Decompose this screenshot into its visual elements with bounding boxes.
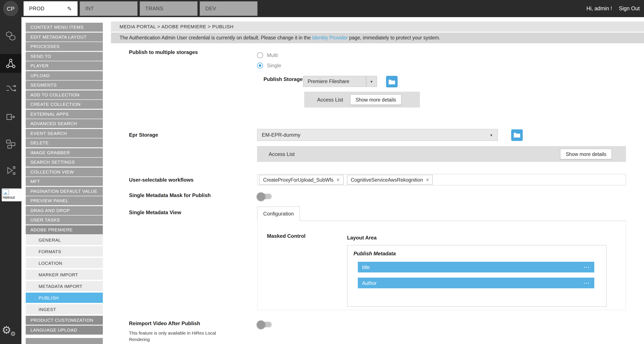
sidebar-item-send-to[interactable]: SEND TO [26, 52, 103, 60]
sidebar-item-advanced-search[interactable]: ADVANCED SEARCH [26, 119, 103, 128]
sidebar-item-processes[interactable]: PROCESSES [26, 42, 103, 51]
workflow-tag-label: CognitiveServiceAwsRekognition [351, 177, 423, 182]
helmut-logo[interactable]: Helmut [2, 188, 22, 201]
browse-epr-storage-button[interactable] [511, 129, 523, 141]
sidebar-subitem-location[interactable]: LOCATION [26, 258, 103, 268]
row-epr-storage: Epr Storage EM-EPR-dummy ▾ [129, 129, 644, 162]
sidebar-item-player[interactable]: PLAYER [26, 61, 103, 70]
more-options-icon[interactable]: ··· [584, 280, 594, 286]
more-options-icon[interactable]: ··· [584, 264, 594, 270]
sidebar-item-event-search[interactable]: EVENT SEARCH [26, 129, 103, 138]
sidebar-item-external-apps[interactable]: EXTERNAL APPS [26, 110, 103, 118]
radio-multi-icon[interactable] [257, 52, 263, 58]
sidebar-item-image-grabber[interactable]: IMAGE GRABBER [26, 148, 103, 157]
sidebar-item-context-menu-items[interactable]: CONTEXT MENU ITEMS [26, 23, 103, 32]
sidebar-item-delete[interactable]: DELETE [26, 138, 103, 147]
toggle-knob[interactable] [257, 320, 265, 329]
sidebar-subitem-general[interactable]: GENERAL [26, 235, 103, 245]
sidebar-item-pagination-default-value[interactable]: PAGINATION DEFAULT VALUE [26, 186, 103, 196]
sidebar-subitem-marker-import[interactable]: MARKER IMPORT [26, 270, 103, 280]
sidebar-item-edit-metadata-layout[interactable]: EDIT METADATA LAYOUT [26, 32, 103, 41]
radio-option-multi[interactable]: Multi [257, 50, 420, 60]
icon-rail: Helmut ⚙ ⚙ [0, 17, 22, 344]
masked-control-label: Masked Control [258, 233, 347, 310]
folder-icon [514, 132, 520, 138]
row-publish-multiple: Publish to multiple storages Multi Singl… [129, 49, 644, 108]
sidebar-section-language-upload[interactable]: LANGUAGE UPLOAD [26, 325, 103, 334]
sidebar-item-add-to-collection[interactable]: ADD TO COLLECTION [26, 90, 103, 99]
assets-icon[interactable] [0, 30, 22, 42]
tab-trans[interactable]: TRANS [140, 1, 198, 16]
access-list-label: Access List [317, 96, 343, 102]
player-nodes-icon[interactable] [0, 165, 22, 176]
single-mask-toggle[interactable] [257, 194, 272, 199]
sidebar-subitem-formats[interactable]: FORMATS [26, 246, 103, 256]
sidebar-subitem-ingest[interactable]: INGEST [26, 304, 103, 314]
publish-storage-access-box: Access List Show more details [304, 92, 420, 108]
sidebar-item-search-settings[interactable]: SEARCH SETTINGS [26, 158, 103, 167]
show-more-details-button[interactable]: Show more details [560, 149, 612, 159]
sign-out-link[interactable]: Sign Out [619, 6, 640, 12]
top-bar: CP PROD ✎ INT TRANS DEV Hi, admin ! Sign… [0, 0, 644, 17]
avatar[interactable]: CP [3, 1, 18, 16]
settings-gear-icon[interactable]: ⚙ ⚙ [2, 325, 11, 336]
workflow-tag[interactable]: CognitiveServiceAwsRekognition × [347, 175, 433, 185]
sidebar-item-user-tasks[interactable]: USER TASKS [26, 216, 103, 224]
tab-int[interactable]: INT [80, 1, 138, 16]
layout-area-label: Layout Area [347, 235, 626, 241]
radio-option-single[interactable]: Single [257, 60, 420, 71]
radio-multi-label: Multi [267, 52, 278, 58]
edit-pen-icon[interactable]: ✎ [67, 5, 72, 12]
sidebar-subitem-publish[interactable]: PUBLISH [26, 292, 103, 303]
tab-trans-label: TRANS [145, 6, 163, 12]
sidebar-item-upload[interactable]: UPLOAD [26, 71, 103, 80]
environment-tabs: PROD ✎ INT TRANS DEV [24, 1, 258, 16]
workflows-icon[interactable] [0, 54, 22, 73]
sidebar-section-adobe-premiere[interactable]: ADOBE PREMIERE [26, 225, 103, 234]
toggle-knob[interactable] [257, 192, 265, 201]
metadata-field-title[interactable]: title ··· [358, 262, 594, 272]
tab-configuration[interactable]: Configuration [257, 206, 300, 221]
groups-icon[interactable] [0, 138, 22, 150]
workflow-tag[interactable]: CreateProxyForUpload_SubWfs × [259, 175, 344, 185]
workflows-input[interactable]: CreateProxyForUpload_SubWfs × CognitiveS… [257, 174, 626, 186]
sidebar-item-segments[interactable]: SEGMENTS [26, 80, 103, 90]
remove-tag-icon[interactable]: × [426, 177, 429, 183]
remove-tag-icon[interactable]: × [336, 177, 340, 183]
sidebar-item-collection-view[interactable]: COLLECTION VIEW [26, 167, 103, 176]
breadcrumb: MEDIA PORTAL > ADOBE PREMIERE > PUBLISH [111, 22, 644, 32]
folder-icon [389, 79, 395, 84]
metadata-field-label: Author [362, 280, 377, 286]
row-single-view: Single Metadata View Configuration Maske… [129, 206, 644, 310]
sidebar-item-drag-and-drop[interactable]: DRAG AND DROP [26, 206, 103, 215]
connections-icon[interactable] [0, 83, 22, 94]
identity-provider-link[interactable]: Identity Provider [312, 35, 348, 40]
sidebar-item-create-collection[interactable]: CREATE COLLECTION [26, 100, 103, 109]
reimport-label: Reimport Video After Publish [129, 320, 257, 326]
radio-single-label: Single [267, 62, 281, 68]
publish-metadata-label: Publish Metadata [353, 250, 598, 256]
tab-dev[interactable]: DEV [200, 1, 258, 16]
show-more-details-button[interactable]: Show more details [350, 94, 402, 105]
greeting-text: Hi, admin ! [586, 6, 612, 12]
sidebar-subitem-metadata-import[interactable]: METADATA IMPORT [26, 281, 103, 291]
tab-prod[interactable]: PROD ✎ [24, 1, 78, 16]
publish-settings-form: Publish to multiple storages Multi Singl… [111, 43, 644, 342]
chevron-down-icon[interactable]: ▾ [490, 132, 498, 137]
chevron-down-icon[interactable]: ▾ [366, 76, 377, 86]
epr-storage-select[interactable]: EM-EPR-dummy ▾ [257, 129, 498, 141]
gear-small-icon: ⚙ [10, 331, 16, 337]
browse-publish-storage-button[interactable] [386, 76, 398, 88]
row-workflows: User-selectable workflows CreateProxyFor… [129, 174, 644, 186]
sidebar-section-product-customization[interactable]: PRODUCT CUSTOMIZATION [26, 316, 103, 325]
reimport-toggle[interactable] [257, 322, 272, 327]
workflow-tag-label: CreateProxyForUpload_SubWfs [263, 177, 334, 182]
radio-single-icon[interactable] [257, 62, 263, 68]
row-single-mask: Single Metadata Mask for Publish [129, 192, 644, 199]
publish-storage-select[interactable]: Premiere Fileshare ▾ [303, 76, 377, 87]
sidebar-item-mft[interactable]: MFT [26, 177, 103, 186]
sidebar-item-preview-panel[interactable]: PREVIEW PANEL [26, 196, 103, 205]
sidebar-item-partial[interactable] [26, 338, 103, 344]
metadata-field-author[interactable]: Author ··· [358, 278, 594, 288]
export-box-icon[interactable] [0, 111, 22, 122]
